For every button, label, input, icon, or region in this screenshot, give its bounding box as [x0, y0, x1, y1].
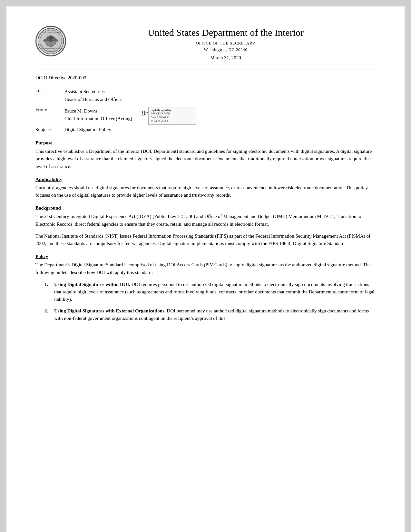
policy-intro: The Department’s Digital Signature Stand… [35, 261, 376, 276]
from-content: Bruce M. Downs Chief Information Officer… [64, 107, 193, 123]
stamp-name: BRUCE DOWNS [151, 112, 194, 116]
org-title: United States Department of the Interior [76, 27, 376, 38]
purpose-body: This directive establishes a Department … [35, 148, 376, 170]
to-label: To: [35, 88, 64, 103]
office-line2: Washington, DC 20240 [76, 46, 376, 53]
to-line1: Assistant Secretaries [64, 89, 105, 94]
svg-text:DEPARTMENT OF THE INTERIOR: DEPARTMENT OF THE INTERIOR [38, 48, 64, 50]
bullet-text-1: Using Digital Signatures within DOI. DOI… [54, 281, 376, 303]
bullet-text-2: Using Digital Signatures with External O… [54, 307, 376, 322]
bullet-item-2: 2. Using Digital Signatures with Externa… [44, 307, 376, 322]
background-heading: Background [35, 205, 376, 211]
stamp-time: 10:40:13 -04'00' [151, 120, 194, 123]
section-background: Background The 21st Century Integrated D… [35, 205, 376, 247]
office-line1: OFFICE OF THE SECRETARY [76, 40, 376, 46]
doi-seal: DEPARTMENT OF THE INTERIOR UNITED STATES… [35, 26, 66, 56]
to-value: Assistant Secretaries Heads of Bureaus a… [64, 88, 376, 103]
from-name: Bruce M. Downs [64, 108, 98, 113]
header-divider [35, 70, 376, 70]
subject-row: Subject: Digital Signature Policy [35, 127, 376, 133]
document-header: DEPARTMENT OF THE INTERIOR UNITED STATES… [35, 26, 376, 61]
bullet-bold-1: Using Digital Signatures within DOI. [54, 282, 130, 287]
background-body: The 21st Century Integrated Digital Expe… [35, 213, 376, 247]
bullet-num-2: 2. [44, 307, 52, 322]
purpose-heading: Purpose [35, 140, 376, 146]
policy-heading: Policy [35, 254, 376, 259]
document-page: DEPARTMENT OF THE INTERIOR UNITED STATES… [6, 6, 405, 532]
policy-body: The Department’s Digital Signature Stand… [35, 261, 376, 322]
stamp-date: Date: 2020.03.31 [151, 116, 194, 120]
from-text: Bruce M. Downs Chief Information Officer… [64, 107, 132, 123]
header-text-block: United States Department of the Interior… [76, 26, 376, 61]
to-row: To: Assistant Secretaries Heads of Burea… [35, 88, 376, 103]
svg-text:UNITED STATES OF AMERICA: UNITED STATES OF AMERICA [41, 32, 61, 33]
policy-bullets: 1. Using Digital Signatures within DOI. … [44, 281, 376, 322]
section-policy: Policy The Department’s Digital Signatur… [35, 254, 376, 322]
applicability-heading: Applicability [35, 177, 376, 182]
memo-fields: To: Assistant Secretaries Heads of Burea… [35, 88, 376, 133]
background-para2: The National Institute of Standards (NIS… [35, 232, 376, 248]
background-para1: The 21st Century Integrated Digital Expe… [35, 213, 376, 228]
directive-number: OCIO Directive 2020-003 [35, 75, 376, 81]
bullet-item-1: 1. Using Digital Signatures within DOI. … [44, 281, 376, 303]
bullet-bold-2: Using Digital Signatures with External O… [54, 308, 166, 313]
section-applicability: Applicability Currently, agencies should… [35, 177, 376, 199]
from-title: Chief Information Officer (Acting) [64, 116, 132, 121]
bullet-num-1: 1. [44, 281, 52, 303]
from-label: From: [35, 107, 64, 123]
signature-block: Bruce Downs Digitally signed by BRUCE DO… [141, 107, 193, 123]
document-date: March 31, 2020 [76, 55, 376, 61]
subject-label: Subject: [35, 127, 64, 133]
stamp-signed-by: Digitally signed by [151, 108, 194, 112]
to-line2: Heads of Bureaus and Offices [64, 97, 122, 102]
section-purpose: Purpose This directive establishes a Dep… [35, 140, 376, 170]
digital-stamp: Digitally signed by BRUCE DOWNS Date: 20… [148, 107, 196, 125]
applicability-body: Currently, agencies should use digital s… [35, 184, 376, 199]
subject-value: Digital Signature Policy [64, 127, 111, 133]
from-row: From: Bruce M. Downs Chief Information O… [35, 107, 376, 123]
